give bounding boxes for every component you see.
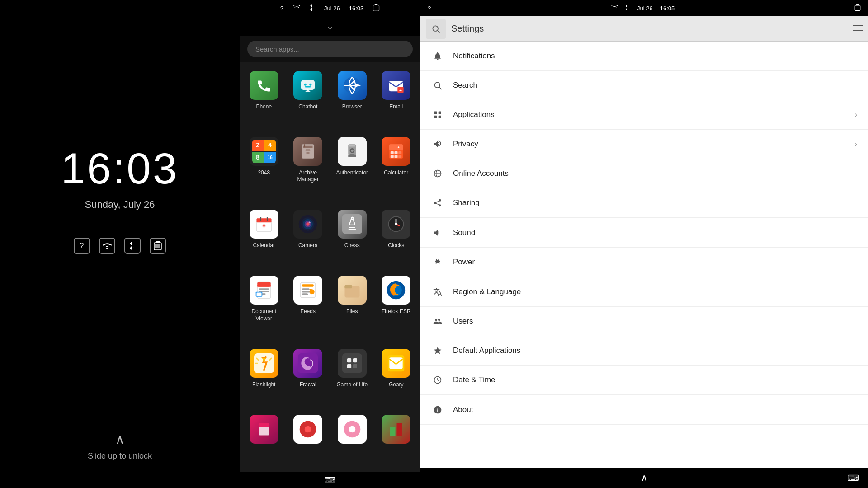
settings-item-notifications[interactable]: Notifications xyxy=(420,42,868,71)
sharing-label: Sharing xyxy=(453,198,857,207)
settings-item-date-time[interactable]: Date & Time xyxy=(420,366,868,395)
settings-item-region-language[interactable]: Region & Language xyxy=(420,277,868,307)
svg-rect-26 xyxy=(391,151,394,154)
settings-item-applications[interactable]: Applications › xyxy=(420,100,868,130)
settings-item-about[interactable]: About xyxy=(420,395,868,425)
svg-rect-72 xyxy=(261,357,266,358)
app-item-files[interactable]: Files xyxy=(330,270,374,343)
app-item-partial4[interactable] xyxy=(374,409,419,468)
settings-item-privacy[interactable]: Privacy › xyxy=(420,130,868,159)
notifications-icon xyxy=(431,50,444,62)
app-item-browser[interactable]: Browser xyxy=(330,66,374,131)
firefox-esr-icon xyxy=(382,276,410,305)
app-item-geary[interactable]: Geary xyxy=(374,343,419,409)
online-accounts-icon xyxy=(431,167,444,180)
svg-rect-11 xyxy=(398,87,404,93)
search-icon xyxy=(431,79,444,92)
settings-topbar-wifi xyxy=(611,5,618,12)
chess-label: Chess xyxy=(344,242,360,249)
lock-unlock[interactable]: ∧ Slide up to unlock xyxy=(88,432,152,461)
settings-arrow-up: ∧ xyxy=(641,472,648,484)
drawer-chevron[interactable]: ⌄ xyxy=(240,16,420,36)
clocks-label: Clocks xyxy=(388,242,404,249)
app-item-chatbot[interactable]: Chatbot xyxy=(286,66,330,131)
app-item-calculator[interactable]: – + Calculator xyxy=(374,131,419,204)
app-item-partial1[interactable] xyxy=(242,409,286,468)
settings-topbar-unknown: ? xyxy=(428,5,431,12)
app-item-phone[interactable]: Phone xyxy=(242,66,286,131)
app-item-calendar[interactable]: Calendar xyxy=(242,204,286,270)
feeds-icon xyxy=(293,276,322,305)
settings-header: Settings xyxy=(420,16,868,42)
app-item-flashlight[interactable]: Flashlight xyxy=(242,343,286,409)
calendar-label: Calendar xyxy=(253,242,275,249)
chevron-down-icon: ⌄ xyxy=(326,20,334,32)
privacy-icon xyxy=(431,138,444,150)
fractal-icon xyxy=(293,349,322,378)
app-item-fractal[interactable]: Fractal xyxy=(286,343,330,409)
search-label: Search xyxy=(453,81,857,90)
sound-icon xyxy=(431,226,444,239)
files-icon xyxy=(338,276,367,305)
drawer-topbar-wifi xyxy=(292,5,301,12)
app-item-camera[interactable]: Camera xyxy=(286,204,330,270)
applications-chevron: › xyxy=(855,111,857,119)
app-item-game-of-life[interactable]: Game of Life xyxy=(330,343,374,409)
flashlight-label: Flashlight xyxy=(252,381,275,389)
svg-rect-5 xyxy=(301,80,315,90)
svg-rect-4 xyxy=(375,4,378,5)
app-search-input[interactable] xyxy=(247,41,413,57)
app-item-archive-manager[interactable]: Archive Manager xyxy=(286,131,330,204)
chess-icon xyxy=(338,210,367,239)
settings-item-sharing[interactable]: Sharing xyxy=(420,188,868,218)
svg-point-109 xyxy=(434,202,437,204)
applications-icon xyxy=(431,108,444,121)
svg-point-89 xyxy=(349,426,355,432)
lock-status-unknown: ? xyxy=(74,238,90,254)
chatbot-label: Chatbot xyxy=(298,103,317,111)
app-item-authenticator[interactable]: Authenticator xyxy=(330,131,374,204)
applications-label: Applications xyxy=(453,110,855,119)
phone-label: Phone xyxy=(256,103,272,111)
svg-rect-79 xyxy=(353,358,357,362)
app-partial4-icon xyxy=(382,415,410,444)
lock-status-battery xyxy=(150,238,166,254)
about-icon xyxy=(431,404,444,416)
app-item-feeds[interactable]: Feeds xyxy=(286,270,330,343)
chatbot-icon xyxy=(293,71,322,100)
app-item-2048[interactable]: 2 4 8 16 2048 xyxy=(242,131,286,204)
app-item-clocks[interactable]: Clocks xyxy=(374,204,419,270)
svg-point-7 xyxy=(310,84,312,86)
settings-item-online-accounts[interactable]: Online Accounts xyxy=(420,159,868,188)
default-applications-label: Default Applications xyxy=(453,346,857,355)
app-item-partial3[interactable] xyxy=(330,409,374,468)
app-item-partial2[interactable] xyxy=(286,409,330,468)
app-item-email[interactable]: Email xyxy=(374,66,419,131)
settings-item-sound[interactable]: Sound xyxy=(420,218,868,248)
settings-item-power[interactable]: Power xyxy=(420,248,868,277)
default-applications-icon xyxy=(431,344,444,357)
settings-panel: ? Jul 26 16:05 Settings xyxy=(420,0,868,488)
settings-search-icon[interactable] xyxy=(426,19,446,39)
svg-rect-1 xyxy=(156,241,160,243)
settings-menu-button[interactable] xyxy=(853,23,863,34)
settings-item-default-applications[interactable]: Default Applications xyxy=(420,336,868,366)
unlock-arrow: ∧ xyxy=(115,432,125,447)
settings-item-search[interactable]: Search xyxy=(420,71,868,100)
app-item-chess[interactable]: Chess xyxy=(330,204,374,270)
sharing-icon xyxy=(431,197,444,209)
svg-rect-80 xyxy=(347,364,351,368)
lock-date: Sunday, July 26 xyxy=(85,199,155,211)
lock-screen: 16:03 Sunday, July 26 ? ∧ Slide up to un… xyxy=(0,0,240,488)
files-label: Files xyxy=(346,308,358,315)
app-item-document-viewer[interactable]: Document Viewer xyxy=(242,270,286,343)
archive-manager-icon xyxy=(293,137,322,166)
drawer-topbar-date: Jul 26 xyxy=(324,5,340,12)
drawer-search-container xyxy=(240,36,420,62)
phone-icon xyxy=(250,71,278,100)
date-time-label: Date & Time xyxy=(453,375,857,385)
svg-rect-21 xyxy=(350,154,355,155)
app-item-firefox-esr[interactable]: Firefox ESR xyxy=(374,270,419,343)
calculator-icon: – + xyxy=(382,137,410,166)
settings-item-users[interactable]: Users xyxy=(420,307,868,336)
